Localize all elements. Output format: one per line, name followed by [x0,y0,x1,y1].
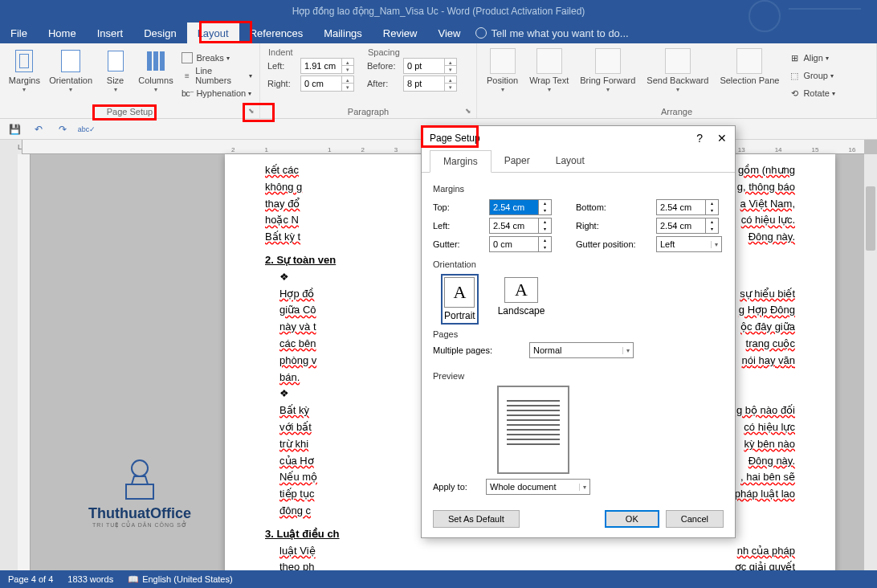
spacing-before-label: Before: [367,61,401,71]
multiple-pages-select[interactable]: Normal▾ [529,342,634,358]
bottom-input[interactable]: ▴▾ [656,199,719,215]
gutter-pos-label: Gutter position: [576,239,648,249]
right-input[interactable]: ▴▾ [656,218,719,234]
gutter-input[interactable]: ▴▾ [489,236,552,252]
nav-strip[interactable] [0,140,18,570]
status-lang[interactable]: 📖English (United States) [128,574,233,585]
breaks-icon [182,52,193,63]
breaks-button[interactable]: Breaks▾ [178,49,255,67]
group-label-page-setup: Page Setup [0,107,259,116]
tab-file[interactable]: File [0,22,38,43]
right-label: Right: [576,221,648,231]
bulb-icon [475,27,487,39]
spellcheck-icon[interactable]: abc✓ [79,121,95,137]
dialog-tab-layout[interactable]: Layout [543,150,598,172]
window-title: Hợp đồng lao động_Nam_Visa Uc - Word (Pr… [292,6,585,17]
dialog-titlebar[interactable]: Page Setup ? ✕ [422,126,735,150]
group-button[interactable]: ⬚Group▾ [785,67,837,84]
tab-layout[interactable]: Layout [187,22,239,43]
left-input[interactable]: ▴▾ [489,218,552,234]
tab-review[interactable]: Review [373,22,428,43]
watermark: ThuthuatOffice TRI TUỆ CỦA DÂN CÔNG SỞ [88,454,191,529]
paragraph-launcher[interactable]: ⬊ [463,105,474,116]
align-button[interactable]: ⊞Align▾ [785,49,837,67]
tell-me-search[interactable]: Tell me what you want to do... [475,27,628,39]
spacing-after-input[interactable]: ▴▾ [403,76,457,92]
status-words[interactable]: 1833 words [67,574,113,584]
cancel-button[interactable]: Cancel [666,510,724,528]
columns-icon [147,51,165,71]
group-label-arrange: Arrange [477,107,876,116]
page-setup-launcher[interactable]: ⬊ [246,105,257,116]
tab-references[interactable]: References [239,22,313,43]
spacing-label: Spacing [365,47,459,57]
line-numbers-icon: ≡ [181,69,193,82]
vertical-ruler[interactable] [18,154,31,570]
watermark-icon [112,454,168,502]
indent-right-input[interactable]: ▴▾ [300,76,354,92]
send-icon [665,48,691,74]
redo-icon[interactable]: ↷ [55,121,71,137]
apply-to-select[interactable]: Whole document▾ [486,479,590,495]
ribbon-tabs: File Home Insert Design Layout Reference… [0,22,877,43]
group-icon: ⬚ [788,69,801,82]
dialog-tab-margins[interactable]: Margins [430,150,492,173]
rotate-icon: ⟲ [788,87,801,100]
gutter-pos-select[interactable]: Left▾ [656,236,722,252]
indent-right-label: Right: [267,79,298,88]
orientation-icon [61,50,80,72]
svg-rect-0 [126,484,153,499]
page-setup-dialog: Page Setup ? ✕ Margins Paper Layout Marg… [421,125,736,538]
bring-icon [595,48,621,74]
align-icon: ⊞ [788,51,801,64]
dialog-help-button[interactable]: ? [696,132,703,145]
portrait-button[interactable]: A Portrait [441,274,479,325]
top-input[interactable]: ▴▾ [489,199,552,215]
decor-line [789,8,861,10]
size-icon [108,51,124,71]
status-bar: Page 4 of 4 1833 words 📖English (United … [0,570,877,588]
wrap-icon [536,48,562,74]
bottom-label: Bottom: [576,202,648,212]
spacing-after-label: After: [367,79,401,88]
scroll-thumb[interactable] [866,186,875,251]
tab-mailings[interactable]: Mailings [313,22,373,43]
dialog-tabs: Margins Paper Layout [422,150,735,173]
top-label: Top: [433,202,481,212]
rotate-button[interactable]: ⟲Rotate▾ [785,84,837,102]
pages-section-label: Pages [433,329,724,339]
tab-home[interactable]: Home [38,22,87,43]
preview-section-label: Preview [433,371,724,381]
hyphenation-button[interactable]: bc⁻ Hyphenation▾ [178,84,255,102]
group-paragraph: Indent Left: ▴▾ Right: ▴▾ Spacing Before… [260,43,477,118]
undo-icon[interactable]: ↶ [31,121,47,137]
ok-button[interactable]: OK [605,510,659,528]
book-icon: 📖 [128,574,139,585]
dialog-close-button[interactable]: ✕ [717,132,727,145]
group-arrange: Position▾ Wrap Text▾ Bring Forward▾ Send… [477,43,877,118]
line-numbers-button[interactable]: ≡ Line Numbers▾ [178,67,255,84]
spacing-before-input[interactable]: ▴▾ [403,58,457,74]
tab-view[interactable]: View [427,22,471,43]
ribbon-body: Margins ▾ Orientation ▾ Size ▾ Columns ▾ [0,43,877,119]
save-icon[interactable]: 💾 [6,121,22,137]
portrait-icon: A [444,277,475,308]
hyphenation-icon: bc⁻ [181,87,194,100]
tab-design[interactable]: Design [133,22,186,43]
tab-insert[interactable]: Insert [87,22,134,43]
orientation-section-label: Orientation [433,259,724,269]
margins-section-label: Margins [433,184,724,194]
margins-icon [15,50,33,72]
position-icon [490,48,516,74]
apply-to-label: Apply to: [433,482,478,492]
dialog-tab-paper[interactable]: Paper [492,150,543,172]
vertical-scrollbar[interactable] [864,154,877,570]
set-as-default-button[interactable]: Set As Default [433,510,520,528]
status-page[interactable]: Page 4 of 4 [8,574,53,584]
indent-label: Indent [265,47,357,57]
left-label: Left: [433,221,481,231]
title-bar: Hợp đồng lao động_Nam_Visa Uc - Word (Pr… [0,0,877,22]
tell-me-label: Tell me what you want to do... [491,27,628,39]
indent-left-input[interactable]: ▴▾ [300,58,354,74]
landscape-button[interactable]: A Landscape [495,274,549,325]
